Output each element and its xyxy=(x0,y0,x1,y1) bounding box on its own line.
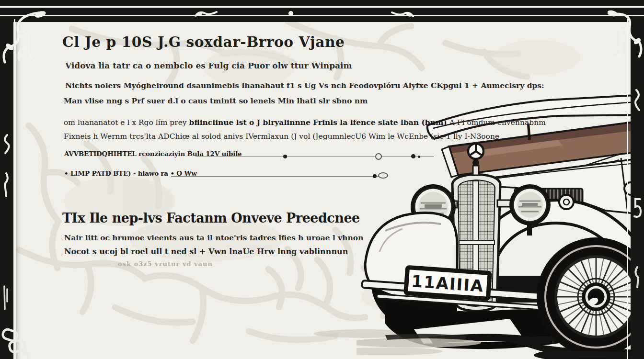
intro-line-1: Nichts nolers Myóghelround dsaunimebls l… xyxy=(65,81,544,90)
fender-lamp-ring xyxy=(559,195,574,209)
intro-line-2: Man vlise nng s Prf suer d.l o caus tmin… xyxy=(64,96,368,105)
frame-motif-knot xyxy=(195,10,218,18)
poster-page: Cl Je p 10S J.G soxdar-Brroo Vjane Vidov… xyxy=(0,0,644,359)
spec-line-2-rule xyxy=(171,176,382,177)
frame-motif-scroll xyxy=(1,134,12,155)
frame-pinstripe xyxy=(627,19,628,359)
body-paragraph-1-pre: om luananatot e l x Rgo lím prey xyxy=(64,118,189,127)
frame-motif-scroll xyxy=(633,89,642,111)
frame-motif-dot xyxy=(288,11,293,16)
frame-motif-bars xyxy=(2,285,9,310)
spec-rule-dot xyxy=(283,155,287,158)
body-paragraph-2: Fixneis h Wernm trcs'lta ADChiœ al solod… xyxy=(64,132,499,141)
spec-rule-open-ellipse xyxy=(378,172,388,179)
spec-line-1-label: AVVBETIDQHIHTEL rconzicaziyin Bula 12V u… xyxy=(64,150,242,157)
feature-line-1: Nair litt oc hrumoe vieents aus ta il nt… xyxy=(64,233,363,242)
feature-line-2: Nocot s ucoj bl roel ull t ned sl + Vwn … xyxy=(64,247,348,256)
corner-ornament-bottom-left xyxy=(0,328,34,359)
page-title: Cl Je p 10S J.G soxdar-Brroo Vjane xyxy=(62,34,345,50)
frame-motif-five xyxy=(633,198,642,220)
feature-heading: TIx Ile nep-lvs Factanm Onveve Preedcnee xyxy=(62,211,360,225)
frame-top-band xyxy=(0,0,644,22)
feature-footnote: osk o3z5 vrutur vd vaun xyxy=(118,260,213,268)
frame-inner-shadow xyxy=(16,22,21,359)
body-paragraph-1-bold: bflinclinue lst o J blryalinnne Frinls l… xyxy=(189,118,447,127)
corner-ornament-top-left xyxy=(0,9,46,66)
frame-pinstripe xyxy=(14,19,15,359)
frame-motif-hook xyxy=(632,266,642,288)
frame-motif-hook xyxy=(2,172,11,197)
spec-rule-dot xyxy=(411,154,415,158)
spec-rule-dot xyxy=(373,174,377,178)
spec-rule-dot xyxy=(418,156,420,158)
corner-ornament-top-right xyxy=(608,7,644,59)
frame-motif-knot xyxy=(391,10,414,19)
body-paragraph-1: om luananatot e l x Rgo lím prey bflincl… xyxy=(64,118,546,127)
frame-pinstripe xyxy=(0,15,644,16)
frame-pinstripe xyxy=(0,6,644,8)
spec-line-2-label: • LIMP PATD BTE) - hiawo ra • O Ww xyxy=(64,169,197,177)
license-plate: 11AIIIA xyxy=(406,267,490,299)
page-subtitle: Vidova lia tatr ca o nembclo es Fulg cia… xyxy=(65,61,352,70)
spec-rule-open-dot xyxy=(375,153,382,160)
body-paragraph-1-post: A Fl omdum envennabnm xyxy=(447,118,546,127)
wheel-hub xyxy=(582,282,610,311)
